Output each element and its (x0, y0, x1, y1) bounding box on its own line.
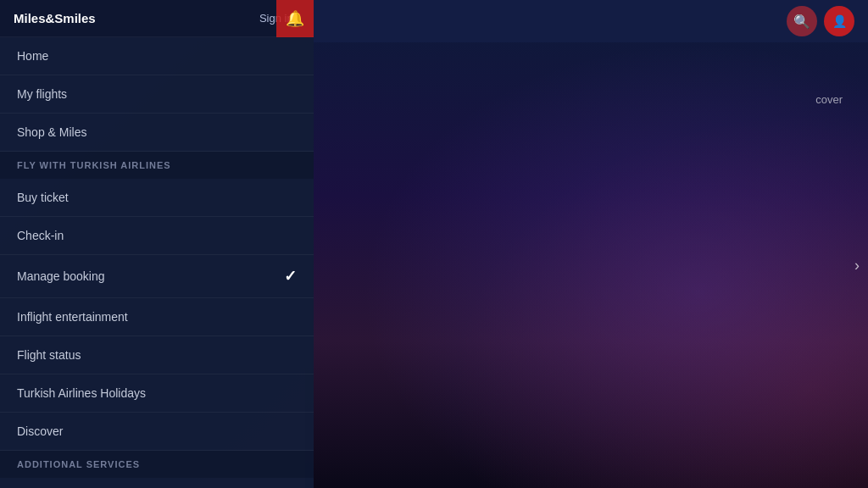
section-additional-label: ADDITIONAL SERVICES (17, 459, 140, 469)
sidebar-item-manage-booking-label: Manage booking (17, 269, 105, 283)
sidebar-item-buy-ticket[interactable]: Buy ticket (0, 179, 314, 217)
app-top-bar: 🔍 👤 (305, 0, 868, 42)
sidebar-item-manage-booking[interactable]: Manage booking ✓ (0, 255, 314, 298)
top-bar-icons: 🔍 👤 (787, 6, 854, 36)
sidebar-item-buy-ticket-label: Buy ticket (17, 191, 69, 204)
section-fly-header: FLY WITH TURKISH AIRLINES (0, 152, 314, 179)
sidebar-item-inflight-entertainment[interactable]: Inflight entertainment (0, 298, 314, 336)
drawer-header: Miles&Smiles Sign in › 🔔 (0, 0, 314, 37)
sidebar-item-check-in[interactable]: Check-in (0, 217, 314, 255)
navigation-drawer: Miles&Smiles Sign in › 🔔 Home My flights… (0, 0, 314, 488)
sidebar-item-turkish-airlines-holidays[interactable]: Turkish Airlines Holidays (0, 374, 314, 413)
sidebar-item-discover[interactable]: Discover (0, 413, 314, 451)
sidebar-item-flight-status-label: Flight status (17, 348, 81, 362)
sidebar-item-home[interactable]: Home (0, 37, 314, 75)
discover-label: cover (815, 93, 843, 106)
sidebar-item-my-flights[interactable]: My flights (0, 75, 314, 114)
section-additional-header: ADDITIONAL SERVICES (0, 451, 314, 478)
app-title: Miles&Smiles (14, 11, 96, 25)
sidebar-item-flight-status[interactable]: Flight status (0, 336, 314, 374)
sidebar-item-my-flights-label: My flights (17, 87, 67, 101)
sidebar-item-home-label: Home (17, 49, 48, 63)
sidebar-item-check-in-label: Check-in (17, 229, 64, 242)
search-icon[interactable]: 🔍 (787, 6, 817, 36)
chevron-right-icon[interactable]: › (854, 257, 860, 274)
sidebar-item-inflight-entertainment-label: Inflight entertainment (17, 310, 128, 324)
app-content: 🔍 👤 cover › (305, 0, 868, 488)
section-fly-label: FLY WITH TURKISH AIRLINES (17, 160, 171, 170)
sidebar-item-shop-miles[interactable]: Shop & Miles (0, 114, 314, 152)
sidebar-item-seat-selection[interactable]: Seat selection (0, 478, 314, 488)
sidebar-item-turkish-airlines-holidays-label: Turkish Airlines Holidays (17, 386, 146, 400)
checkmark-icon: ✓ (284, 267, 297, 286)
profile-icon[interactable]: 👤 (824, 6, 854, 36)
sidebar-item-discover-label: Discover (17, 424, 63, 438)
sidebar-item-shop-miles-label: Shop & Miles (17, 125, 86, 139)
bell-icon[interactable]: 🔔 (276, 0, 314, 37)
